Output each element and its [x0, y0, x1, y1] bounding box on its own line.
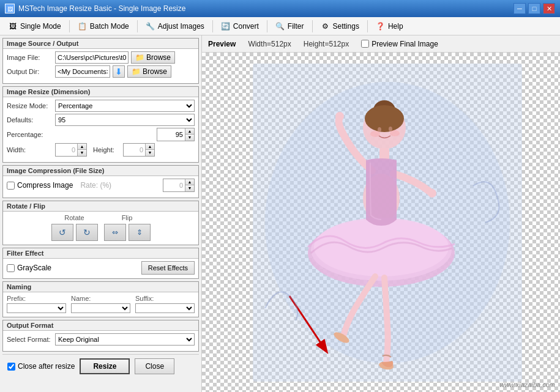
grayscale-checkbox[interactable] — [7, 264, 15, 272]
image-compression-section: Image Compression (File Size) Compress I… — [2, 165, 199, 198]
close-window-button[interactable]: ✕ — [543, 3, 555, 14]
dimensions-row: Width: ▲ ▼ Height: ▲ ▼ — [7, 143, 195, 157]
flip-vertical-button[interactable]: ⇕ — [129, 224, 151, 241]
maximize-button[interactable]: □ — [528, 3, 540, 14]
height-input[interactable] — [124, 144, 145, 156]
compress-image-label[interactable]: Compress Image — [7, 181, 73, 190]
settings-icon: ⚙ — [321, 21, 330, 31]
convert-icon: 🔄 — [221, 21, 231, 31]
svg-point-15 — [314, 218, 449, 276]
name-select[interactable] — [71, 303, 130, 313]
app-icon: 🖼 — [5, 4, 15, 13]
height-spin-down[interactable]: ▼ — [146, 150, 154, 156]
title-bar: 🖼 MSTech Image Resize Basic - Single Ima… — [0, 0, 560, 17]
window-title: MSTech Image Resize Basic - Single Image… — [18, 4, 185, 13]
percentage-spinner: ▲ ▼ — [157, 128, 195, 141]
menu-item-settings[interactable]: ⚙ Settings — [315, 19, 365, 34]
preview-title: Preview — [208, 40, 236, 48]
filter-effect-title: Filter Effect — [3, 248, 198, 259]
adjust-images-label: Adjust Images — [158, 22, 204, 31]
suffix-label: Suffix: — [135, 295, 195, 302]
prefix-select[interactable] — [7, 303, 66, 313]
ballerina-image — [220, 59, 554, 386]
menu-item-help[interactable]: ❓ Help — [370, 19, 409, 34]
rate-input[interactable] — [163, 179, 185, 191]
image-source-section: Image Source / Output Image File: 📁 Brow… — [2, 38, 199, 84]
flip-group: Flip ⇔ ⇕ — [104, 214, 151, 241]
rate-spin-up[interactable]: ▲ — [185, 179, 194, 185]
naming-title: Naming — [3, 282, 198, 292]
format-select[interactable]: Keep Original — [55, 333, 195, 346]
rotate-flip-section: Rotate / Flip Rotate ↺ ↻ Flip ⇔ ⇕ — [2, 201, 199, 245]
rate-spin-down[interactable]: ▼ — [185, 185, 194, 191]
menu-item-filter[interactable]: 🔍 Filter — [270, 19, 310, 34]
percentage-row: Percentage: ▲ ▼ — [7, 128, 195, 141]
filter-icon: 🔍 — [275, 21, 285, 31]
preview-height: Height=512px — [304, 40, 349, 48]
width-spin-down[interactable]: ▼ — [78, 150, 86, 156]
svg-point-9 — [390, 130, 400, 136]
height-label: Height: — [93, 146, 121, 153]
flip-horizontal-button[interactable]: ⇔ — [104, 224, 126, 241]
rate-label: Rate: (%) — [80, 181, 111, 190]
single-mode-icon: 🖼 — [8, 21, 18, 31]
compression-row: Compress Image Rate: (%) ▲ ▼ — [7, 179, 195, 192]
image-file-label: Image File: — [7, 54, 53, 61]
defaults-select[interactable]: 95 — [55, 114, 195, 126]
select-format-label: Select Format: — [7, 336, 53, 343]
output-format-section: Output Format Select Format: Keep Origin… — [2, 320, 199, 352]
compress-image-checkbox[interactable] — [7, 182, 15, 190]
single-mode-label: Single Mode — [20, 22, 61, 31]
height-spin-buttons: ▲ ▼ — [145, 144, 154, 156]
image-file-input[interactable] — [55, 51, 129, 64]
reset-effects-button[interactable]: Reset Effects — [141, 261, 195, 275]
image-compression-title: Image Compression (File Size) — [3, 166, 198, 176]
width-spin-up[interactable]: ▲ — [78, 144, 86, 150]
preview-final-label[interactable]: Preview Final Image — [361, 40, 438, 48]
width-input[interactable] — [56, 144, 77, 156]
menu-item-batch-mode[interactable]: 📋 Batch Mode — [72, 19, 135, 34]
close-after-resize-label[interactable]: Close after resize — [7, 362, 75, 371]
suffix-col: Suffix: — [135, 295, 195, 313]
image-resize-section: Image Resize (Dimension) Resize Mode: Pe… — [2, 86, 199, 163]
resize-mode-select[interactable]: Percentage — [55, 100, 195, 112]
output-dir-label: Output Dir: — [7, 68, 53, 75]
menu-bar: 🖼 Single Mode 📋 Batch Mode 🔧 Adjust Imag… — [0, 17, 560, 35]
prefix-label: Prefix: — [7, 295, 66, 302]
preview-final-checkbox[interactable] — [361, 40, 369, 48]
percentage-spin-up[interactable]: ▲ — [185, 128, 194, 135]
height-spin-up[interactable]: ▲ — [146, 144, 154, 150]
percentage-label: Percentage: — [7, 131, 53, 138]
grayscale-label[interactable]: GrayScale — [7, 264, 51, 272]
rotate-ccw-button[interactable]: ↺ — [51, 224, 73, 241]
output-dir-input[interactable] — [55, 65, 110, 78]
naming-section: Naming Prefix: Name: Suffix: — [2, 281, 199, 317]
resize-mode-label: Resize Mode: — [7, 102, 53, 109]
suffix-select[interactable] — [135, 303, 195, 313]
percentage-spin-down[interactable]: ▼ — [185, 135, 194, 141]
close-after-resize-checkbox[interactable] — [7, 363, 15, 371]
minimize-button[interactable]: ─ — [513, 3, 526, 14]
resize-button[interactable]: Resize — [80, 358, 130, 374]
bottom-bar: Close after resize Resize Close — [2, 354, 199, 378]
help-label: Help — [388, 22, 403, 31]
svg-point-7 — [389, 127, 392, 131]
naming-row: Prefix: Name: Suffix: — [7, 295, 195, 313]
rotate-buttons: ↺ ↻ — [51, 224, 98, 241]
batch-mode-label: Batch Mode — [90, 22, 129, 31]
percentage-input[interactable] — [157, 128, 185, 141]
menu-item-single-mode[interactable]: 🖼 Single Mode — [2, 19, 67, 34]
width-label: Width: — [7, 146, 53, 153]
svg-point-6 — [378, 127, 381, 132]
output-dir-browse-button[interactable]: 📁 Browse — [127, 65, 171, 78]
rotate-cw-button[interactable]: ↻ — [76, 224, 98, 241]
image-file-browse-button[interactable]: 📁 Browse — [131, 51, 175, 64]
filter-effect-section: Filter Effect GrayScale Reset Effects — [2, 248, 199, 279]
close-button[interactable]: Close — [135, 358, 174, 374]
image-resize-title: Image Resize (Dimension) — [3, 87, 198, 97]
svg-point-11 — [335, 112, 344, 120]
menu-item-adjust-images[interactable]: 🔧 Adjust Images — [140, 19, 210, 34]
output-dir-down-button[interactable]: ⬇ — [113, 65, 125, 78]
rate-spinner: ▲ ▼ — [163, 179, 195, 192]
menu-item-convert[interactable]: 🔄 Convert — [215, 19, 264, 34]
